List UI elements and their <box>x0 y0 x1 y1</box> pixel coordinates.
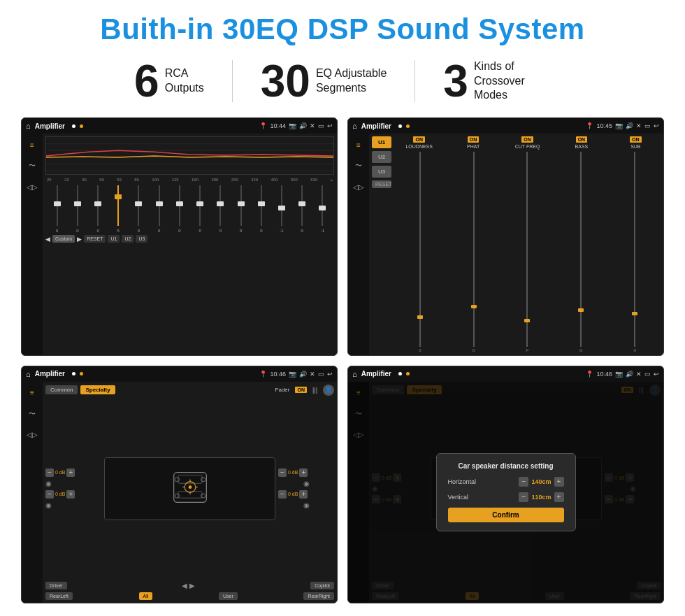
vertical-row: Vertical − 110cm + <box>448 492 564 502</box>
fader-on[interactable]: ON <box>295 387 307 393</box>
horizontal-minus[interactable]: − <box>519 477 528 487</box>
u3-preset[interactable]: U3 <box>372 166 391 178</box>
reset-ch[interactable]: RESET <box>372 180 391 188</box>
speaker-icon[interactable]: ◁▷ <box>25 180 39 194</box>
slider-col-13: 0 <box>292 184 312 233</box>
u1-btn[interactable]: U1 <box>108 235 120 243</box>
custom-btn[interactable]: Custom <box>52 235 75 243</box>
sidebar-fader: ≡ 〜 ◁▷ <box>22 382 43 603</box>
stat-rca-label: RCAOutputs <box>165 66 204 96</box>
seat-copilot[interactable]: Copilot <box>310 582 334 589</box>
stat-crossover: 3 Kinds ofCrossover Modes <box>415 59 579 103</box>
seat-all[interactable]: All <box>139 592 153 600</box>
camera-icon-ch: 📷 <box>615 122 623 129</box>
eq-icon-ch[interactable]: ≡ <box>352 138 366 152</box>
profile-icon-f[interactable]: 👤 <box>323 385 334 396</box>
battery-icon: ▭ <box>318 122 324 129</box>
cutfreq-label: CUT FREQ <box>515 144 540 149</box>
eq-icon[interactable]: ≡ <box>25 138 39 152</box>
db-rr: − 0 dB + <box>278 490 334 499</box>
home-icon-ch[interactable]: ⌂ <box>352 122 357 130</box>
db-rl: − 0 dB + <box>45 490 101 499</box>
nav-arrows: ◀ ▶ <box>182 582 195 589</box>
on-phat[interactable]: ON <box>468 136 480 143</box>
wave-icon-ch[interactable]: 〜 <box>352 159 366 173</box>
vertical-plus[interactable]: + <box>554 492 564 502</box>
on-bass[interactable]: ON <box>576 136 588 143</box>
seat-rearright[interactable]: RearRight <box>303 592 334 600</box>
back-icon-eq[interactable]: ↩ <box>327 122 333 129</box>
stat-crossover-number: 3 <box>443 59 468 103</box>
seat-row-bottom: RearLeft All User RearRight <box>45 592 334 600</box>
speaker-icon-ch[interactable]: ◁▷ <box>352 180 366 194</box>
reset-btn-eq[interactable]: RESET <box>84 235 106 243</box>
wave-icon[interactable]: 〜 <box>25 159 39 173</box>
stat-eq-number: 30 <box>261 59 310 103</box>
plus-fl[interactable]: + <box>66 468 75 477</box>
seat-rearleft[interactable]: RearLeft <box>45 592 73 600</box>
minus-fr[interactable]: − <box>278 468 287 477</box>
eq-icon-f[interactable]: ≡ <box>25 386 39 400</box>
seat-user[interactable]: User <box>219 592 238 600</box>
home-icon-dist[interactable]: ⌂ <box>352 370 357 378</box>
speaker-icon-row-l: ◉ <box>45 480 101 487</box>
time-eq: 10:44 <box>270 122 286 129</box>
prev-icon[interactable]: ◀ <box>45 236 50 243</box>
plus-fr[interactable]: + <box>299 468 308 477</box>
left-arrow[interactable]: ◀ <box>182 582 187 589</box>
svg-point-16 <box>175 494 179 498</box>
app-name-dist: Amplifier <box>361 370 391 378</box>
back-icon-f[interactable]: ↩ <box>327 371 333 378</box>
back-icon-d[interactable]: ↩ <box>654 371 659 378</box>
plus-rr[interactable]: + <box>299 490 308 499</box>
status-dot-2 <box>80 124 83 128</box>
time-f: 10:46 <box>270 371 286 378</box>
screen-content-fader: ≡ 〜 ◁▷ Common Specialty Fader ON ||| 👤 <box>22 382 337 603</box>
wave-icon-f[interactable]: 〜 <box>25 407 39 421</box>
location-icon-ch: 📍 <box>586 122 593 129</box>
u2-preset[interactable]: U2 <box>372 151 391 163</box>
u1-preset[interactable]: U1 <box>372 136 391 148</box>
seat-driver[interactable]: Driver <box>45 582 67 589</box>
slider-col-9: 0 <box>210 184 231 233</box>
vertical-label: Vertical <box>448 494 469 501</box>
fader-label: Fader <box>275 387 290 393</box>
minus-fl[interactable]: − <box>45 468 54 477</box>
main-title: Buith-in 30EQ DSP Sound System <box>100 13 584 46</box>
minus-rl[interactable]: − <box>45 490 54 499</box>
battery-icon-f: ▭ <box>318 371 324 378</box>
u2-btn[interactable]: U2 <box>122 235 134 243</box>
status-bar-eq: ⌂ Amplifier 📍 10:44 📷 🔊 ✕ ▭ ↩ <box>22 118 337 134</box>
speaker-grid: − 0 dB + ◉ − 0 dB + <box>45 399 334 580</box>
vertical-minus[interactable]: − <box>519 492 528 502</box>
back-icon-ch[interactable]: ↩ <box>654 122 659 129</box>
confirm-button[interactable]: Confirm <box>448 508 564 522</box>
status-bar-ch: ⌂ Amplifier 📍 10:45 📷 🔊 ✕ ▭ ↩ <box>348 118 663 134</box>
home-icon-fader[interactable]: ⌂ <box>26 370 31 378</box>
speaker-icon-f[interactable]: ◁▷ <box>25 428 39 442</box>
sidebar-ch: ≡ 〜 ◁▷ <box>348 134 369 355</box>
u3-btn[interactable]: U3 <box>136 235 147 243</box>
seat-buttons-fader: Driver ◀ ▶ Copilot <box>45 582 334 589</box>
horizontal-plus[interactable]: + <box>554 477 564 487</box>
horizontal-label: Horizontal <box>448 478 477 485</box>
on-cutfreq[interactable]: ON <box>521 136 533 143</box>
db-val-rl: 0 dB <box>55 492 65 496</box>
right-arrow[interactable]: ▶ <box>189 582 195 589</box>
loudness-label: LOUDNESS <box>405 144 433 149</box>
eq-graph <box>45 136 334 175</box>
db-fr: − 0 dB + <box>278 468 334 477</box>
on-sub[interactable]: ON <box>630 136 642 143</box>
tab-common-f[interactable]: Common <box>45 385 78 394</box>
home-icon-eq[interactable]: ⌂ <box>26 122 31 130</box>
fader-content: Common Specialty Fader ON ||| 👤 <box>45 385 334 601</box>
on-loudness[interactable]: ON <box>413 136 425 143</box>
minus-rr[interactable]: − <box>278 490 287 499</box>
next-icon[interactable]: ▶ <box>77 236 82 243</box>
eq-bottom-bar: ◀ Custom ▶ RESET U1 U2 U3 <box>45 235 334 243</box>
svg-point-9 <box>188 485 192 489</box>
vslider-sub: 0 <box>609 152 661 352</box>
tab-specialty-f[interactable]: Specialty <box>80 385 115 394</box>
plus-rl[interactable]: + <box>66 490 75 499</box>
status-icons-dist: 📍 10:46 📷 🔊 ✕ ▭ ↩ <box>586 371 659 378</box>
